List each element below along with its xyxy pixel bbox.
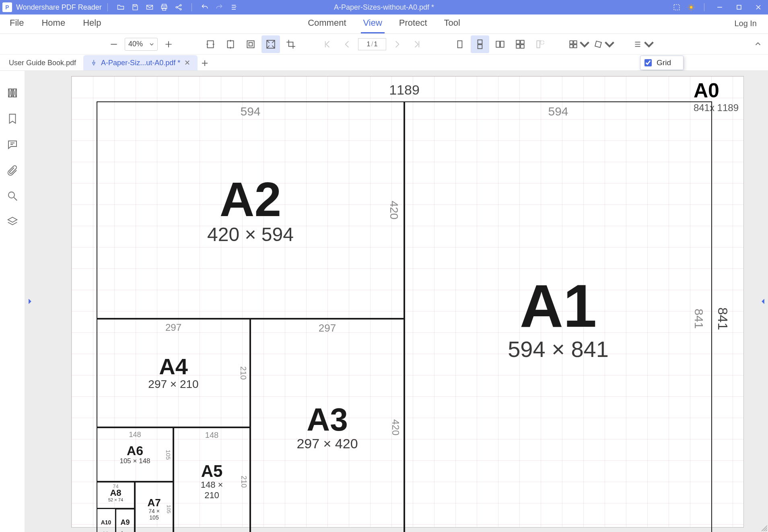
svg-rect-30: [595, 41, 601, 47]
open-file-icon[interactable]: [113, 0, 128, 14]
zoom-out-button[interactable]: [105, 35, 123, 53]
a7-name: A7: [145, 497, 163, 508]
comments-icon[interactable]: [6, 138, 19, 151]
screenshot-icon[interactable]: [669, 0, 684, 14]
cover-page-icon[interactable]: [531, 35, 550, 53]
paper-size-diagram: 1189 841 A0 841x 1189 594 841 A1 594 × 8…: [97, 101, 712, 532]
new-tab-button[interactable]: [198, 56, 212, 70]
a7-height: 105: [166, 505, 172, 513]
svg-point-5: [180, 4, 181, 6]
grid-checkbox[interactable]: [644, 59, 652, 66]
svg-rect-27: [574, 41, 577, 44]
tab-close-button[interactable]: ✕: [184, 58, 190, 67]
a3-name: A3: [296, 404, 358, 436]
menu-home[interactable]: Home: [39, 18, 68, 33]
svg-rect-3: [163, 8, 166, 10]
page-separator: /: [371, 40, 373, 48]
document-canvas[interactable]: 1189 841 A0 841x 1189 594 841 A1 594 × 8…: [25, 71, 768, 532]
search-icon[interactable]: [6, 190, 19, 202]
menu-file[interactable]: File: [7, 18, 26, 33]
rotate-dropdown[interactable]: [592, 35, 616, 53]
a9-name: A9: [120, 519, 130, 526]
left-side-panel: [0, 71, 25, 532]
crop-icon[interactable]: [282, 35, 300, 53]
page-indicator[interactable]: 1 / 1: [358, 38, 386, 50]
expand-right-panel-handle[interactable]: [760, 289, 766, 313]
two-page-continuous-icon[interactable]: [511, 35, 529, 53]
svg-rect-28: [570, 45, 573, 48]
menu-comment[interactable]: Comment: [305, 18, 348, 33]
a4-dims: 297 × 210: [148, 378, 198, 391]
background-dropdown[interactable]: [567, 35, 591, 53]
quickaccess-dropdown-icon[interactable]: [226, 0, 241, 14]
login-button[interactable]: Log In: [732, 19, 759, 33]
print-icon[interactable]: [157, 0, 171, 14]
box-a4: 297 210 A4 297 × 210: [97, 319, 250, 427]
tab-label: A-Paper-Siz...ut-A0.pdf *: [101, 59, 180, 67]
theme-sun-icon[interactable]: [684, 0, 698, 14]
separator: [191, 3, 192, 11]
zoom-select[interactable]: 40%: [125, 38, 158, 51]
attachments-icon[interactable]: [6, 164, 19, 176]
pdf-page: 1189 841 A0 841x 1189 594 841 A1 594 × 8…: [72, 76, 743, 527]
page-total: 1: [374, 40, 377, 48]
actual-size-icon[interactable]: [261, 35, 280, 53]
menu-help[interactable]: Help: [80, 18, 103, 33]
list-dropdown[interactable]: [632, 35, 655, 53]
bookmarks-icon[interactable]: [6, 113, 19, 125]
fit-page-icon[interactable]: [241, 35, 260, 53]
menu-tool[interactable]: Tool: [442, 18, 463, 33]
svg-rect-20: [516, 40, 520, 44]
box-a5: 148 210 A5 148 × 210: [173, 427, 250, 532]
prev-page-button[interactable]: [338, 35, 356, 53]
fit-height-icon[interactable]: [221, 35, 240, 53]
svg-rect-19: [500, 41, 504, 47]
redo-icon[interactable]: [212, 0, 226, 14]
svg-point-6: [180, 8, 181, 10]
window-close-button[interactable]: [749, 0, 768, 14]
svg-rect-0: [146, 5, 152, 9]
mail-icon[interactable]: [142, 0, 157, 14]
separator: [107, 3, 108, 11]
layers-icon[interactable]: [6, 216, 19, 228]
zoom-in-button[interactable]: [159, 35, 178, 53]
svg-rect-10: [207, 41, 213, 47]
save-icon[interactable]: [128, 0, 142, 14]
ruler-right-841: 841: [715, 307, 731, 330]
undo-icon[interactable]: [198, 0, 212, 14]
svg-rect-16: [478, 40, 482, 44]
not-to-scale-note: not to scale: [97, 530, 126, 532]
next-page-button[interactable]: [388, 35, 406, 53]
a8-name: A8: [108, 489, 123, 497]
collapse-ribbon-button[interactable]: [754, 39, 762, 48]
single-page-icon[interactable]: [451, 35, 469, 53]
document-tab-userguide[interactable]: User Guide Book.pdf: [2, 55, 83, 70]
a2-width: 594: [240, 105, 260, 118]
svg-rect-23: [521, 45, 524, 48]
a6-name: A6: [119, 444, 150, 457]
svg-rect-24: [537, 41, 540, 47]
window-minimize-button[interactable]: [710, 0, 729, 14]
a0-name: A0: [694, 79, 739, 102]
continuous-page-icon[interactable]: [471, 35, 489, 53]
document-tab-strip: User Guide Book.pdf A-Paper-Siz...ut-A0.…: [0, 55, 768, 71]
first-page-button[interactable]: [318, 35, 336, 53]
thumbnails-icon[interactable]: [6, 87, 19, 99]
expand-left-panel-handle[interactable]: [27, 289, 33, 313]
share-icon[interactable]: [171, 0, 186, 14]
fit-width-icon[interactable]: [201, 35, 220, 53]
window-resize-grip[interactable]: [760, 524, 767, 531]
box-a2: 594 420 A2 420 × 594: [97, 101, 404, 319]
tab-label: User Guide Book.pdf: [9, 59, 76, 67]
pin-icon: [91, 60, 97, 66]
a5-dims: 148 × 210: [193, 480, 231, 501]
svg-rect-9: [737, 5, 741, 9]
app-logo-icon: P: [2, 2, 12, 12]
menu-view[interactable]: View: [361, 18, 385, 33]
a2-dims: 420 × 594: [207, 223, 294, 245]
menu-protect[interactable]: Protect: [397, 18, 430, 33]
last-page-button[interactable]: [408, 35, 426, 53]
window-maximize-button[interactable]: [729, 0, 749, 14]
two-page-icon[interactable]: [491, 35, 509, 53]
document-tab-active[interactable]: A-Paper-Siz...ut-A0.pdf * ✕: [83, 55, 198, 70]
